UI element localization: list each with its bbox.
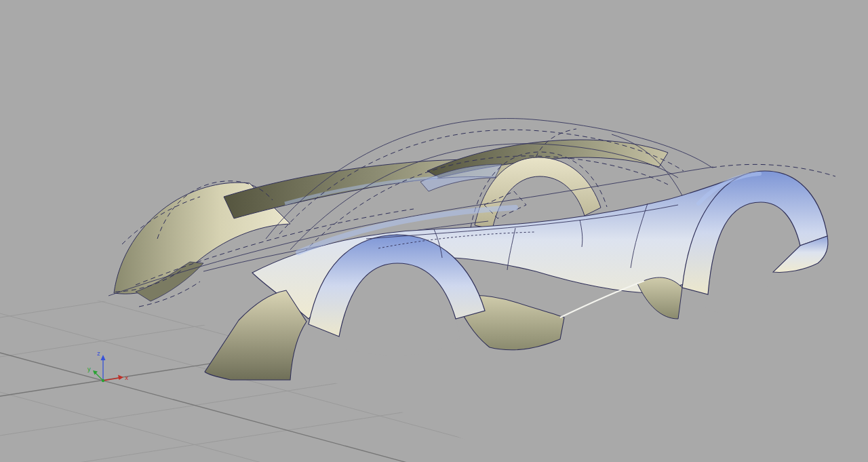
axis-z-label: z bbox=[97, 350, 100, 357]
axis-y-label: y bbox=[87, 366, 92, 372]
cad-viewport[interactable]: z y x bbox=[0, 0, 868, 462]
viewport-3d-canvas[interactable]: z y x bbox=[0, 0, 868, 462]
axis-x-label: x bbox=[125, 374, 129, 381]
axis-origin-point bbox=[102, 379, 104, 382]
